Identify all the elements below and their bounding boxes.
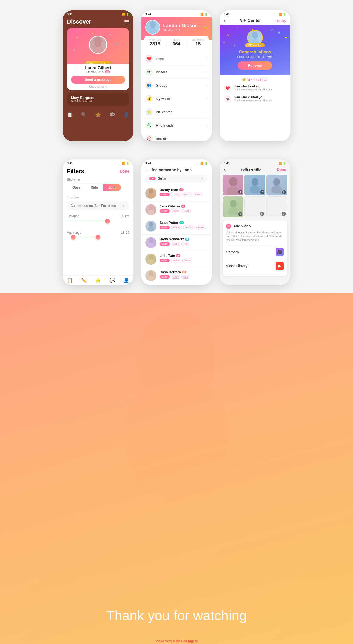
add-video-section: ✕ Add video Upload videos not shorter th… — [223, 220, 287, 276]
tag-guitar-6[interactable]: Guitar — [160, 275, 170, 279]
tags-back-button[interactable]: ‹ — [145, 167, 147, 172]
tag-clear-button[interactable]: ✕ — [201, 176, 204, 181]
person-avatar-danny — [145, 188, 156, 199]
person-age-betty: 27 — [185, 238, 189, 241]
age-slider[interactable] — [67, 237, 129, 237]
tag-guitar-2[interactable]: Guitar — [160, 209, 170, 213]
tag-tennis[interactable]: Tennis — [171, 259, 181, 262]
arrow-icon-2: › — [207, 70, 208, 74]
keep-playing-link[interactable]: Keep playing — [71, 85, 125, 88]
nav-home[interactable]: 📋 — [67, 112, 73, 118]
tag-fishing[interactable]: Fishing — [171, 226, 182, 229]
tag-pasta[interactable]: Pasta — [196, 226, 206, 229]
time-4: 9:41 — [67, 162, 73, 165]
menu-item-visitors[interactable]: 👁️ Visitors › — [141, 65, 212, 79]
send-message-button[interactable]: Send a message — [71, 76, 125, 84]
nav4-profile[interactable]: 👤 — [123, 278, 129, 283]
tag-rnb-3[interactable]: R&B — [181, 275, 190, 279]
tag-music-2[interactable]: Music — [171, 242, 181, 246]
person-item-rosa[interactable]: Rosa Herrera 19 Guitar Music R&B — [141, 267, 212, 284]
tag-trip[interactable]: Trip — [181, 242, 189, 246]
vip-back-button[interactable]: ‹ — [224, 18, 225, 23]
status-bar-4: 9:41 📶 🔋 — [63, 159, 133, 166]
menu-item-likes[interactable]: ❤️ Likes › — [141, 52, 212, 65]
menu-item-groups[interactable]: 👥 Groups › — [141, 79, 212, 92]
edit-back-button[interactable]: ‹ — [224, 167, 225, 172]
tag-guitar-4[interactable]: Guitar — [160, 242, 170, 246]
match-info: Laura Gilbert Steattle, USA 22 Send a me… — [67, 64, 129, 90]
filters-header: Filters Done — [63, 166, 133, 178]
make-with-label: Make with — [155, 639, 172, 643]
nav-chat[interactable]: 💬 — [109, 112, 115, 118]
edit-pen-icon[interactable]: ✏️ — [203, 25, 208, 29]
person-name-rosa: Rosa Herrera 19 — [160, 270, 190, 274]
privilege-visits-title: See who visited you — [234, 95, 273, 99]
location-input[interactable]: Current location (San Francisco) ➤ — [67, 201, 129, 210]
tag-seafood[interactable]: Seafood — [183, 226, 196, 229]
tag-rnb[interactable]: R&B — [193, 193, 202, 196]
tag-search-bar[interactable]: 132 Guitar ✕ — [145, 175, 208, 183]
person-info-rosa: Rosa Herrera 19 Guitar Music R&B — [160, 270, 190, 279]
girls-button[interactable]: Girls — [86, 184, 103, 191]
distance-slider[interactable] — [67, 221, 129, 221]
edit-done-button[interactable]: Done — [277, 168, 286, 172]
person-item-jane[interactable]: Jane Gibson 22 Guitar Dance R&B — [141, 202, 212, 218]
person-item-sean[interactable]: Sean Potter 38 Guitar Fishing Seafood Pa… — [141, 218, 212, 235]
photo-num-2: 2 — [260, 190, 264, 194]
photo-cell-1[interactable]: 1 — [223, 175, 243, 195]
both-button[interactable]: Both — [103, 184, 121, 191]
status-bar-6: 9:41 📶 🔋 — [220, 159, 290, 166]
phone-edit: 9:41 📶 🔋 ‹ Edit Profile Done 1 — [220, 159, 290, 285]
camera-option[interactable]: Camera 🎥 — [226, 245, 284, 259]
add-video-header: ✕ Add video — [226, 224, 284, 229]
nav-search[interactable]: 🔍 — [81, 112, 87, 118]
hamburger-icon[interactable] — [124, 20, 129, 23]
photo-cell-2[interactable]: 2 — [244, 175, 265, 195]
expiry-text: Expiration Date: April 31, 2019 — [224, 55, 286, 58]
tag-guitar[interactable]: Guitar — [160, 193, 170, 196]
photo-cell-5[interactable]: 5 — [244, 196, 265, 217]
tag-music-3[interactable]: Music — [171, 275, 181, 279]
vip-history-link[interactable]: History — [276, 19, 286, 23]
phone-filters: 9:41 📶 🔋 Filters Done Show me Guys Girls… — [63, 159, 133, 285]
tag-guitar-3[interactable]: Guitar — [160, 226, 170, 229]
tag-dance[interactable]: Dance — [171, 193, 181, 196]
menu-item-blacklist[interactable]: 🚫 Blacklist › — [141, 132, 212, 141]
menu-item-vip[interactable]: ⭐ VIP center › — [141, 105, 212, 119]
photo-cell-4[interactable]: 4 — [223, 196, 243, 217]
person-name-danny: Danny Rice 22 — [160, 188, 202, 192]
guys-button[interactable]: Guys — [67, 184, 86, 191]
tag-dance-2[interactable]: Dance — [171, 209, 181, 213]
person-item-danny[interactable]: Danny Rice 22 Guitar Dance Music R&B — [141, 185, 212, 202]
nav-profile[interactable]: 👤 — [123, 112, 129, 118]
menu-wallet-label: My wallet — [156, 97, 203, 101]
nav4-home[interactable]: 📋 — [67, 278, 73, 283]
privilege-likes: ❤️ See who liked you You'll see everyone… — [224, 84, 286, 92]
renewal-button[interactable]: Renewal — [238, 61, 272, 70]
video-library-option[interactable]: Video Library ▶ — [226, 259, 284, 273]
vip-privilege-title: 👑 VIP PRIVILEGE — [224, 78, 286, 81]
tag-rnb-2[interactable]: R&B — [182, 209, 191, 213]
person-item-georgia[interactable]: Georgia Norris 97 Guitar Food — [141, 284, 212, 285]
arrow-icon-6: › — [207, 123, 208, 127]
nav4-search[interactable]: ✏️ — [81, 278, 87, 283]
camera-icon-button[interactable]: 🎥 — [276, 248, 284, 256]
person-avatar-jane — [145, 204, 156, 215]
filters-done-button[interactable]: Done — [120, 169, 129, 173]
tag-game[interactable]: Game — [182, 259, 192, 262]
photo-cell-3[interactable]: 3 — [266, 175, 287, 195]
nav4-star[interactable]: ⭐ — [95, 278, 101, 283]
menu-item-wallet[interactable]: 💰 My wallet › — [141, 92, 212, 105]
person-item-betty[interactable]: Betty Schwartz 27 Guitar Music Trip — [141, 235, 212, 251]
nav-star[interactable]: ⭐ — [95, 112, 101, 118]
close-video-button[interactable]: ✕ — [226, 224, 231, 229]
person-item-lillie[interactable]: Lillie Tate 20 Guitar Tennis Game — [141, 251, 212, 267]
tag-guitar-5[interactable]: Guitar — [160, 259, 170, 262]
photo-cell-6[interactable]: 6 — [266, 196, 287, 217]
video-library-icon-button[interactable]: ▶ — [276, 262, 284, 270]
nav4-chat[interactable]: 💬 — [109, 278, 115, 283]
show-me-toggle: Guys Girls Both — [67, 184, 121, 191]
status-icons-6: 📶 🔋 — [279, 162, 286, 165]
menu-item-find[interactable]: 🔍 Find friends › — [141, 119, 212, 132]
tag-music[interactable]: Music — [182, 193, 192, 196]
